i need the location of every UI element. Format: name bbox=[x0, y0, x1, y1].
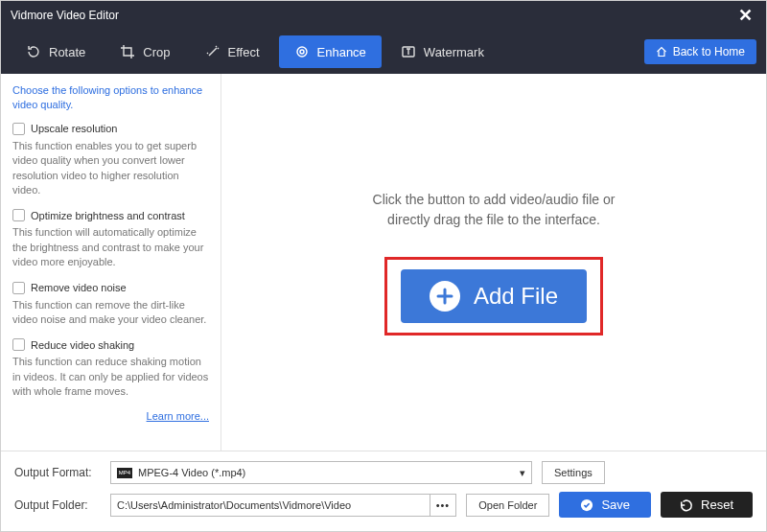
option-brightness[interactable]: Optimize brightness and contrast bbox=[12, 209, 209, 221]
output-folder-label: Output Folder: bbox=[14, 498, 101, 512]
output-folder-value: C:\Users\Administrator\Documents\Vidmore… bbox=[117, 499, 351, 511]
app-title: Vidmore Video Editor bbox=[11, 9, 734, 22]
home-icon bbox=[656, 46, 667, 58]
app-window: Vidmore Video Editor ✕ Rotate Crop Effec… bbox=[0, 0, 767, 532]
enhance-options-panel: Choose the following options to enhance … bbox=[1, 74, 221, 451]
option-brightness-desc: This function will automatically optimiz… bbox=[12, 225, 209, 269]
reset-icon bbox=[680, 498, 693, 512]
option-noise[interactable]: Remove video noise bbox=[12, 282, 209, 294]
add-file-highlight: Add File bbox=[384, 257, 603, 335]
tab-label: Rotate bbox=[49, 45, 85, 59]
watermark-icon bbox=[401, 44, 416, 59]
tab-label: Watermark bbox=[424, 45, 484, 59]
browse-folder-button[interactable]: ••• bbox=[430, 495, 451, 516]
output-format-value: MPEG-4 Video (*.mp4) bbox=[138, 467, 245, 478]
output-format-label: Output Format: bbox=[14, 466, 101, 479]
home-button-label: Back to Home bbox=[673, 45, 745, 58]
close-icon[interactable]: ✕ bbox=[734, 5, 756, 26]
open-folder-button[interactable]: Open Folder bbox=[466, 494, 549, 517]
checkbox-icon[interactable] bbox=[12, 209, 25, 221]
option-noise-desc: This function can remove the dirt-like v… bbox=[12, 298, 209, 328]
titlebar: Vidmore Video Editor ✕ bbox=[1, 1, 766, 30]
hint-line: directly drag the file to the interface. bbox=[373, 210, 616, 230]
tab-label: Enhance bbox=[317, 45, 366, 59]
sidebar-intro: Choose the following options to enhance … bbox=[12, 83, 209, 113]
back-to-home-button[interactable]: Back to Home bbox=[644, 39, 756, 64]
save-button[interactable]: Save bbox=[559, 492, 651, 518]
output-format-select[interactable]: MP4 MPEG-4 Video (*.mp4) ▾ bbox=[110, 461, 532, 484]
checkbox-icon[interactable] bbox=[12, 123, 25, 135]
hint-line: Click the button to add video/audio file… bbox=[373, 190, 616, 210]
crop-icon bbox=[120, 44, 135, 59]
tab-label: Effect bbox=[228, 45, 260, 59]
format-icon: MP4 bbox=[117, 468, 132, 478]
save-label: Save bbox=[601, 497, 630, 512]
svg-point-0 bbox=[297, 47, 307, 57]
add-file-label: Add File bbox=[474, 283, 558, 310]
checkbox-icon[interactable] bbox=[12, 338, 25, 351]
reset-label: Reset bbox=[701, 497, 733, 512]
option-label: Optimize brightness and contrast bbox=[31, 210, 185, 221]
tab-watermark[interactable]: Watermark bbox=[385, 35, 500, 68]
output-folder-field[interactable]: C:\Users\Administrator\Documents\Vidmore… bbox=[110, 494, 456, 517]
main-drop-area[interactable]: Click the button to add video/audio file… bbox=[221, 74, 766, 451]
tab-rotate[interactable]: Rotate bbox=[11, 35, 101, 68]
enhance-icon bbox=[294, 44, 310, 59]
add-file-button[interactable]: Add File bbox=[401, 269, 587, 323]
option-label: Reduce video shaking bbox=[31, 339, 134, 351]
drop-hint: Click the button to add video/audio file… bbox=[373, 190, 616, 230]
option-upscale-desc: This function enables you to get superb … bbox=[12, 139, 209, 198]
body: Choose the following options to enhance … bbox=[1, 74, 766, 451]
option-upscale[interactable]: Upscale resolution bbox=[12, 123, 209, 135]
option-shaking[interactable]: Reduce video shaking bbox=[12, 338, 209, 351]
settings-button[interactable]: Settings bbox=[542, 461, 605, 484]
option-shaking-desc: This function can reduce shaking motion … bbox=[12, 355, 209, 399]
reset-button[interactable]: Reset bbox=[661, 492, 753, 518]
tab-label: Crop bbox=[143, 45, 170, 59]
footer-actions: Save Reset bbox=[559, 492, 753, 518]
option-label: Upscale resolution bbox=[31, 123, 118, 134]
learn-more-link[interactable]: Learn more... bbox=[12, 410, 209, 422]
footer: Output Format: MP4 MPEG-4 Video (*.mp4) … bbox=[1, 451, 766, 531]
effect-icon bbox=[205, 44, 221, 59]
tab-crop[interactable]: Crop bbox=[105, 35, 185, 68]
checkbox-icon[interactable] bbox=[12, 282, 25, 294]
toolbar: Rotate Crop Effect Enhance Watermark bbox=[1, 30, 766, 74]
svg-point-1 bbox=[300, 50, 304, 54]
tab-enhance[interactable]: Enhance bbox=[279, 35, 382, 68]
output-folder-row: Output Folder: C:\Users\Administrator\Do… bbox=[14, 492, 753, 518]
rotate-icon bbox=[26, 44, 41, 59]
tab-effect[interactable]: Effect bbox=[190, 35, 275, 68]
option-label: Remove video noise bbox=[31, 282, 127, 293]
settings-label: Settings bbox=[554, 467, 593, 478]
output-format-row: Output Format: MP4 MPEG-4 Video (*.mp4) … bbox=[14, 461, 753, 484]
open-folder-label: Open Folder bbox=[478, 499, 537, 511]
plus-icon bbox=[430, 281, 460, 312]
chevron-down-icon: ▾ bbox=[520, 467, 525, 479]
check-icon bbox=[580, 498, 593, 512]
